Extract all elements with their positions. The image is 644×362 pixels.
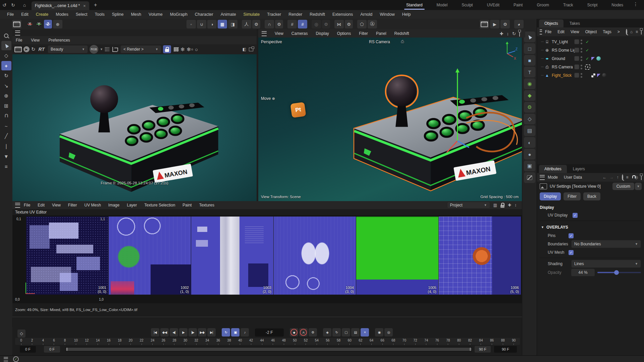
menu-item[interactable]: Edit — [17, 12, 32, 17]
visibility-dots[interactable] — [581, 40, 582, 44]
hamburger-icon[interactable] — [15, 203, 20, 208]
transport-button[interactable]: |▶ — [189, 328, 197, 337]
object-axis-icon[interactable]: ◇ — [524, 114, 535, 124]
menu-item[interactable]: Redshift — [394, 31, 409, 36]
uv-display-checkbox[interactable]: ✓ — [573, 213, 578, 218]
playback-toggle[interactable]: ♪ — [240, 328, 249, 337]
menu-item[interactable]: User Data — [561, 175, 585, 180]
workspace-tab[interactable]: Model — [436, 0, 448, 10]
region-icon[interactable]: ○ — [195, 47, 198, 52]
menu-item[interactable]: File — [16, 38, 22, 43]
menu-item[interactable]: File — [20, 203, 34, 207]
coordinates-tool-icon[interactable]: ⊞ — [1, 101, 11, 111]
histogram-icon[interactable]: ▥ — [493, 203, 497, 207]
render-setting-dropdown[interactable]: < Render >▼ — [120, 45, 161, 53]
hamburger-icon[interactable] — [4, 357, 8, 361]
axis-tool-icon[interactable]: ⊕ — [1, 91, 11, 101]
preset-dropdown[interactable]: Custom — [612, 183, 634, 190]
menu-item[interactable]: Filter — [359, 31, 368, 36]
menu-item[interactable]: UV Mesh — [81, 203, 105, 207]
keyframe-filter-button[interactable]: ◈ — [323, 328, 331, 337]
display-mode-cube-icon[interactable]: ▦ — [218, 20, 227, 28]
object-row[interactable]: ⊕ RS Dome Light ✓ — [537, 46, 644, 54]
menu-item[interactable]: MoGraph — [166, 12, 191, 17]
guard-icon[interactable]: ⬠ — [357, 20, 367, 28]
view-label[interactable]: Perspective — [261, 40, 282, 44]
panel-tab[interactable]: Layers — [568, 165, 590, 173]
knife-tool-icon[interactable]: ▼ — [1, 152, 11, 161]
menu-item[interactable]: View — [31, 38, 40, 43]
menu-item[interactable]: View — [568, 29, 582, 34]
sketch-tool-icon[interactable]: ╱ — [1, 131, 11, 141]
transport-button[interactable]: ▶ — [179, 328, 187, 337]
workspace-tab[interactable]: Standard — [406, 0, 423, 10]
workplane-tool-icon[interactable]: 人 — [242, 20, 251, 28]
menu-item[interactable]: View — [48, 203, 64, 207]
coordinate-system-icon[interactable]: ⊕ — [53, 20, 62, 28]
menu-item[interactable]: Filter — [64, 203, 81, 207]
object-row[interactable]: ◆ Ground ✓ — [537, 54, 644, 63]
viewport-canvas[interactable]: Perspective RS Camera ⎙ Y Z X Move ⊕ — [258, 38, 522, 201]
menu-item[interactable]: Object — [582, 29, 600, 34]
menu-item[interactable]: Edit — [554, 29, 568, 34]
new-tab-icon[interactable]: + — [91, 1, 100, 9]
udim-tile[interactable]: 1004(3, 0) — [274, 217, 356, 295]
preset-chevron-icon[interactable]: ▼ — [635, 183, 642, 190]
model-mode-icon[interactable]: ■ — [524, 55, 535, 66]
display-mode-u-icon[interactable]: ∪ — [197, 20, 206, 28]
frame-mode-icon[interactable]: □ — [524, 43, 535, 54]
dither-icon[interactable] — [105, 47, 109, 52]
keyframe-filter-button[interactable]: × — [361, 328, 369, 337]
layer-chip[interactable] — [574, 39, 579, 44]
workspace-tab[interactable]: Script — [587, 0, 598, 10]
menu-item[interactable]: Window — [376, 12, 398, 17]
modeling-axis-icon[interactable]: ◎ — [312, 20, 321, 28]
workspace-tab[interactable]: Nodes — [611, 0, 624, 10]
quantize-grid-icon[interactable]: # — [298, 20, 307, 28]
menu-item[interactable]: > — [614, 29, 623, 34]
rt-label[interactable]: RT — [39, 47, 45, 52]
tweak-tool-icon[interactable]: ◇ — [1, 51, 11, 60]
render-to-picture-viewer-icon[interactable]: ▶ — [490, 20, 499, 28]
move-tool-icon[interactable]: + — [1, 61, 11, 70]
hamburger-icon[interactable] — [262, 31, 267, 36]
end-frame-field[interactable]: 90 F — [494, 346, 517, 353]
pins-checkbox[interactable]: ✓ — [569, 233, 574, 238]
tablet-pen-icon[interactable] — [524, 172, 535, 183]
menu-item[interactable]: Layer — [123, 203, 141, 207]
expand-icon[interactable] — [249, 47, 253, 52]
ab-compare-icon[interactable]: ◧ — [243, 47, 246, 52]
play-render-icon[interactable]: ▶ — [23, 46, 30, 52]
menu-item[interactable]: Tags — [600, 29, 614, 34]
range-slider[interactable] — [65, 347, 472, 352]
keyframe-diamond-icon[interactable]: ◇ — [17, 329, 25, 338]
menu-item[interactable]: Animate — [217, 12, 240, 17]
menu-item[interactable]: File — [542, 29, 554, 34]
range-end-display[interactable]: 90 F — [475, 346, 491, 353]
workplane-settings-gear-icon[interactable]: ⚙ — [252, 20, 260, 28]
workspace-tab[interactable]: UVEdit — [486, 0, 500, 10]
workspace-tab[interactable]: Paint — [513, 0, 523, 10]
transport-button[interactable]: ◀| — [170, 328, 178, 337]
render-image[interactable]: Frame 0: 2025-05-28 13:24:07 (17.21s) — [12, 54, 257, 201]
render-pass-dropdown[interactable]: Beauty▼ — [48, 45, 88, 53]
panel-tab[interactable]: Attributes — [539, 165, 567, 173]
character-mode-icon[interactable]: ◆ — [524, 90, 535, 101]
snap-tool-icon[interactable]: U — [1, 111, 11, 121]
filter-icon[interactable]: ≡ — [636, 29, 638, 34]
enabled-check-icon[interactable]: ✓ — [585, 48, 590, 53]
display-mode-dot-icon[interactable]: ◦ — [186, 20, 196, 28]
menu-item[interactable]: Mode — [545, 175, 561, 180]
render-view-icon[interactable] — [480, 20, 489, 28]
visibility-dots[interactable] — [581, 73, 582, 78]
menu-item[interactable]: Select — [72, 12, 91, 17]
pan-hand-icon[interactable]: ✚ — [508, 203, 511, 207]
viewport-solo-icon[interactable]: ▣ — [524, 161, 535, 171]
crop-icon[interactable] — [112, 47, 117, 52]
live-selection-icon[interactable] — [1, 41, 11, 50]
mouse-record-button[interactable]: ◉ — [375, 328, 383, 337]
transport-button[interactable]: ▶| — [207, 328, 216, 337]
rotate-tool-icon[interactable]: ↻ — [1, 71, 11, 80]
orbit-icon[interactable]: ↻ — [512, 31, 516, 36]
more-menu-icon[interactable]: ⋮ — [633, 1, 638, 7]
